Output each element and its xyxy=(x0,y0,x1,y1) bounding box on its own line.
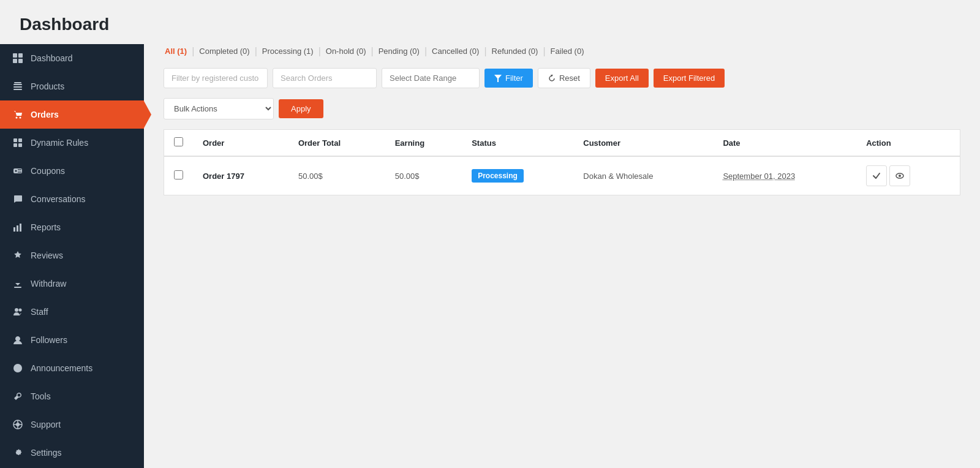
status-tab-all[interactable]: All (1) xyxy=(164,44,188,58)
sidebar-item-withdraw[interactable]: Withdraw xyxy=(0,270,144,298)
page-header: Dashboard xyxy=(0,0,980,44)
support-icon xyxy=(12,419,23,430)
sidebar-item-staff[interactable]: Staff xyxy=(0,298,144,326)
svg-rect-2 xyxy=(13,59,17,63)
reports-icon xyxy=(12,222,23,233)
complete-order-button[interactable] xyxy=(866,165,887,186)
table-header-Order: Order xyxy=(193,130,288,157)
svg-rect-20 xyxy=(20,224,21,232)
svg-rect-4 xyxy=(13,84,22,85)
svg-rect-13 xyxy=(18,143,22,147)
status-tab-pending[interactable]: Pending (0) xyxy=(377,44,421,58)
status-tab-cancelled[interactable]: Cancelled (0) xyxy=(431,44,480,58)
customer-filter-input[interactable] xyxy=(164,68,268,88)
select-all-checkbox[interactable] xyxy=(174,137,183,146)
view-order-button[interactable] xyxy=(889,165,910,186)
status-tab-failed[interactable]: Failed (0) xyxy=(549,44,586,58)
coupons-icon xyxy=(12,165,23,176)
order-earning: 50.00$ xyxy=(385,156,462,195)
settings-icon xyxy=(12,447,23,458)
status-tab-separator: | xyxy=(371,46,374,57)
svg-point-15 xyxy=(15,170,17,172)
sidebar-item-label-reviews: Reviews xyxy=(31,251,63,260)
apply-button[interactable]: Apply xyxy=(279,99,323,118)
sidebar-item-label-dashboard: Dashboard xyxy=(31,53,73,63)
status-tab-processing[interactable]: Processing (1) xyxy=(261,44,315,58)
staff-icon xyxy=(12,306,23,317)
reset-button[interactable]: Reset xyxy=(538,68,590,88)
status-tab-separator: | xyxy=(192,46,194,57)
sidebar-item-support[interactable]: Support xyxy=(0,410,144,439)
status-tab-on-hold[interactable]: On-hold (0) xyxy=(325,44,368,58)
table-header-Order Total: Order Total xyxy=(288,130,385,157)
status-tab-separator: | xyxy=(543,46,545,57)
table-header-Date: Date xyxy=(713,130,856,157)
sidebar-item-label-coupons: Coupons xyxy=(31,166,65,176)
status-tab-separator: | xyxy=(424,46,427,57)
sidebar-item-tools[interactable]: Tools xyxy=(0,382,144,410)
sidebar-item-label-products: Products xyxy=(31,81,64,91)
sidebar-item-reports[interactable]: Reports xyxy=(0,213,144,241)
filter-icon xyxy=(494,75,502,82)
sidebar-item-orders[interactable]: Orders xyxy=(0,100,144,129)
page-title: Dashboard xyxy=(20,15,960,34)
sidebar-item-settings[interactable]: Settings xyxy=(0,439,144,467)
reviews-icon xyxy=(12,250,23,261)
products-icon xyxy=(12,81,23,92)
svg-rect-11 xyxy=(18,138,22,142)
conversations-icon xyxy=(12,194,23,205)
sidebar-item-reviews[interactable]: Reviews xyxy=(0,241,144,270)
status-tab-refunded[interactable]: Refunded (0) xyxy=(491,44,540,58)
table-row: Order 179750.00$50.00$ProcessingDokan & … xyxy=(164,156,960,195)
svg-point-9 xyxy=(20,117,21,119)
svg-point-22 xyxy=(15,308,18,312)
order-status: Processing xyxy=(462,156,573,195)
table-header-checkbox xyxy=(164,130,194,157)
svg-point-25 xyxy=(16,423,20,426)
orders-icon xyxy=(12,109,23,120)
order-actions xyxy=(856,156,960,195)
date-range-input[interactable] xyxy=(382,68,480,88)
filter-button[interactable]: Filter xyxy=(484,69,533,88)
sidebar-item-label-dynamic-rules: Dynamic Rules xyxy=(31,138,88,148)
dynamic-rules-icon xyxy=(12,137,23,148)
filter-bar: Filter Reset Export All Export Filtered xyxy=(164,68,960,88)
sidebar-item-conversations[interactable]: Conversations xyxy=(0,185,144,213)
order-customer: Dokan & Wholesale xyxy=(573,156,713,195)
search-orders-input[interactable] xyxy=(273,68,377,88)
bulk-actions-select[interactable]: Bulk Actions xyxy=(164,98,274,119)
orders-table: OrderOrder TotalEarningStatusCustomerDat… xyxy=(164,129,960,195)
row-checkbox[interactable] xyxy=(174,170,183,179)
sidebar-item-followers[interactable]: Followers xyxy=(0,326,144,354)
sidebar-item-announcements[interactable]: Announcements xyxy=(0,354,144,382)
sidebar-item-coupons[interactable]: Coupons xyxy=(0,157,144,185)
status-badge: Processing xyxy=(472,169,524,183)
order-total: 50.00$ xyxy=(288,156,385,195)
status-tab-separator: | xyxy=(484,46,486,57)
withdraw-icon xyxy=(12,278,23,289)
svg-rect-5 xyxy=(13,86,22,88)
bulk-bar: Bulk Actions Apply xyxy=(164,98,960,119)
svg-rect-0 xyxy=(13,53,17,58)
export-all-button[interactable]: Export All xyxy=(595,69,649,88)
sidebar-item-dynamic-rules[interactable]: Dynamic Rules xyxy=(0,129,144,157)
svg-rect-18 xyxy=(13,227,15,232)
sidebar-item-products[interactable]: Products xyxy=(0,72,144,100)
sidebar-item-label-conversations: Conversations xyxy=(31,194,86,204)
export-filtered-button[interactable]: Export Filtered xyxy=(654,69,725,88)
svg-rect-1 xyxy=(18,53,23,58)
sidebar-item-label-followers: Followers xyxy=(31,335,67,345)
main-content: All (1)|Completed (0)|Processing (1)|On-… xyxy=(144,44,980,468)
sidebar-item-label-tools: Tools xyxy=(31,391,51,401)
sidebar-item-label-orders: Orders xyxy=(31,110,59,119)
svg-point-33 xyxy=(899,175,901,177)
svg-rect-6 xyxy=(13,89,22,90)
sidebar-item-label-support: Support xyxy=(31,420,61,429)
table-header-Customer: Customer xyxy=(573,130,713,157)
sidebar-item-label-settings: Settings xyxy=(31,448,62,458)
status-tab-completed[interactable]: Completed (0) xyxy=(198,44,251,58)
followers-icon xyxy=(12,334,23,345)
svg-rect-10 xyxy=(13,138,17,142)
sidebar-item-dashboard[interactable]: Dashboard xyxy=(0,44,144,72)
reset-icon xyxy=(548,75,556,82)
